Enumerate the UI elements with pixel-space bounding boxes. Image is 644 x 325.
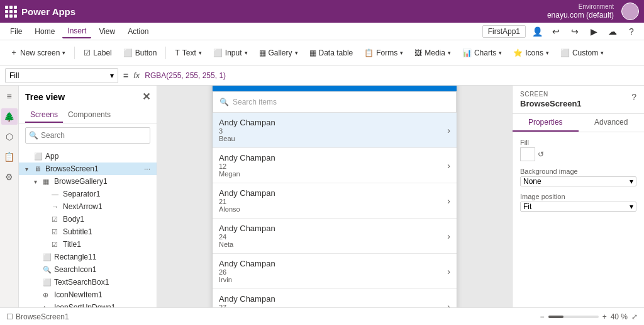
help-button[interactable]: ?	[624, 24, 639, 39]
gallery-item-text-3: Andy Champan 24 Neta	[219, 224, 275, 248]
tree-item-title1[interactable]: ☑ Title1	[19, 238, 157, 251]
environment-block: Environment enayu.com (default)	[547, 3, 614, 21]
gallery-arrow-5: ›	[447, 302, 450, 308]
menu-item-home[interactable]: Home	[30, 25, 60, 38]
media-button[interactable]: 🖼 Media ▾	[409, 46, 456, 60]
sidebar-title: Tree view	[25, 92, 65, 102]
tree-item-nextarrow1[interactable]: → NextArrow1	[19, 200, 157, 213]
status-bar: ☐ BrowseScreen1 − + 40 % ⤢	[0, 307, 644, 325]
shapes-btn[interactable]: ⬡	[1, 128, 18, 145]
textbox-icon: ⬜	[43, 278, 52, 287]
title-text-icon: ☑	[52, 241, 60, 249]
top-bar-right: Environment enayu.com (default)	[547, 3, 639, 21]
gallery-item-0[interactable]: Andy Champan 3 Beau ›	[213, 113, 457, 148]
tree-item-app[interactable]: ⬜ App	[19, 150, 157, 162]
sidebar-close-icon[interactable]: ✕	[142, 91, 150, 103]
forms-button[interactable]: 📋 Forms ▾	[359, 46, 408, 60]
tree-item-searchicon1[interactable]: 🔍 SearchIcon1	[19, 263, 157, 276]
zoom-pct: 40 %	[611, 312, 628, 321]
redo-button[interactable]: ↪	[567, 24, 582, 39]
menu-item-insert[interactable]: Insert	[62, 25, 91, 38]
tree-item-iconnewitem1[interactable]: ⊕ IconNewItem1	[19, 288, 157, 301]
tab-components[interactable]: Components	[63, 108, 116, 123]
app-logo: Power Apps	[5, 6, 75, 17]
tree-item-browsegallery1[interactable]: ▾ ▦ BrowseGallery1	[19, 175, 157, 188]
tab-properties[interactable]: Properties	[513, 114, 579, 132]
tree-item-separator1[interactable]: — Separator1	[19, 188, 157, 200]
subtitle-text-icon: ☑	[52, 228, 60, 236]
fx-icon: fx	[133, 71, 140, 80]
search-input[interactable]	[25, 127, 150, 144]
datatable-btn-label: Data table	[319, 48, 353, 57]
fill-dropdown[interactable]: Fill ▾	[5, 68, 118, 83]
zoom-plus-btn[interactable]: +	[602, 312, 607, 321]
tree-label-browsegallery1: BrowseGallery1	[54, 177, 108, 186]
sidebar: Tree view ✕ Screens Components 🔍 ⬜ App ▾	[19, 86, 157, 307]
menu-item-view[interactable]: View	[94, 25, 120, 38]
app-name-button[interactable]: FirstApp1	[482, 25, 526, 38]
gallery-item-name-3: Andy Champan	[219, 224, 275, 233]
tree-item-rectangle11[interactable]: ⬜ Rectangle11	[19, 251, 157, 263]
fullscreen-icon[interactable]: ⤢	[631, 312, 638, 321]
gallery-item-2[interactable]: Andy Champan 21 Alonso ›	[213, 183, 457, 219]
tree-item-iconsortupdown1[interactable]: ↕ IconSortUpDown1	[19, 301, 157, 307]
settings-button[interactable]: ☁	[605, 24, 620, 39]
gallery-item-1[interactable]: Andy Champan 12 Megan ›	[213, 148, 457, 183]
label-button[interactable]: ☑ Label	[79, 46, 116, 60]
custom-button[interactable]: ⬜ Custom ▾	[555, 46, 609, 60]
table-header: Table1 ↺ ⇅ ＋	[213, 86, 457, 91]
menu-item-file[interactable]: File	[5, 25, 27, 38]
gallery-button[interactable]: ▦ Gallery ▾	[254, 46, 303, 60]
environment-name: enayu.com (default)	[547, 11, 614, 21]
formula-input[interactable]	[145, 68, 639, 83]
gear-btn[interactable]: ⚙	[1, 169, 18, 185]
text-button[interactable]: T Text ▾	[170, 46, 206, 60]
img-pos-select[interactable]: Fit ▾	[520, 202, 636, 212]
input-button[interactable]: ⬜ Input ▾	[208, 46, 253, 60]
tree-item-browsescreen1[interactable]: ▾ 🖥 BrowseScreen1 ···	[19, 162, 157, 175]
tree-item-body1[interactable]: ☑ Body1	[19, 213, 157, 225]
toolbar: ＋ New screen ▾ ☑ Label ⬜ Button T Text ▾…	[0, 40, 644, 66]
tab-screens[interactable]: Screens	[25, 108, 63, 123]
tree-item-textsearchbox1[interactable]: ⬜ TextSearchBox1	[19, 276, 157, 288]
gallery-item-5[interactable]: Andy Champan 27 Michelle ›	[213, 289, 457, 307]
charts-button[interactable]: 📊 Charts ▾	[457, 46, 507, 60]
new-screen-button[interactable]: ＋ New screen ▾	[5, 45, 70, 60]
user-avatar[interactable]	[621, 3, 639, 20]
fill-prop-control: ↺	[520, 147, 636, 161]
icons-button[interactable]: ⭐ Icons ▾	[508, 46, 554, 60]
gallery-item-name-1: Andy Champan	[219, 153, 275, 162]
button-button[interactable]: ⬜ Button	[118, 46, 162, 60]
tab-advanced[interactable]: Advanced	[579, 114, 645, 132]
data-btn[interactable]: 📋	[1, 149, 18, 165]
gallery-item-num-2: 21	[219, 198, 275, 205]
formula-bar: Fill ▾ = fx	[0, 66, 644, 86]
gallery-item-3[interactable]: Andy Champan 24 Neta ›	[213, 219, 457, 254]
zoom-minus-btn[interactable]: −	[540, 312, 545, 321]
zoom-slider[interactable]	[548, 316, 599, 318]
datatable-button[interactable]: ▦ Data table	[304, 46, 358, 60]
menu-item-action[interactable]: Action	[123, 25, 153, 38]
fill-refresh-icon[interactable]: ↺	[538, 150, 544, 159]
play-button[interactable]: ▶	[586, 24, 601, 39]
gallery-item-num-0: 3	[219, 127, 275, 135]
app-frame: Table1 ↺ ⇅ ＋ 🔍 Search items Andy Champan…	[212, 86, 457, 307]
input-btn-label: Input	[225, 48, 242, 57]
main-content: ≡ 🌲 ⬡ 📋 ⚙ Tree view ✕ Screens Components…	[0, 86, 644, 307]
person-icon-btn[interactable]: 👤	[530, 24, 545, 39]
tree-item-more-icon[interactable]: ···	[144, 164, 150, 173]
media-btn-label: Media	[425, 48, 445, 57]
panel-help-icon[interactable]: ?	[631, 92, 636, 102]
tree-label-nextarrow1: NextArrow1	[63, 202, 103, 211]
bg-image-select[interactable]: None ▾	[520, 176, 636, 186]
fill-color-box[interactable]	[520, 147, 535, 161]
gallery-item-num-4: 26	[219, 268, 275, 276]
treeview-btn[interactable]: 🌲	[1, 108, 18, 125]
tree-item-subtitle1[interactable]: ☑ Subtitle1	[19, 225, 157, 238]
menu-bar-right: FirstApp1 👤 ↩ ↪ ▶ ☁ ?	[482, 24, 639, 39]
gallery-item-name-0: Andy Champan	[219, 118, 275, 127]
gallery-item-4[interactable]: Andy Champan 26 Irvin ›	[213, 254, 457, 289]
hamburger-btn[interactable]: ≡	[1, 88, 18, 105]
undo-button[interactable]: ↩	[548, 24, 564, 39]
gallery-item-name-5: Andy Champan	[219, 294, 275, 304]
